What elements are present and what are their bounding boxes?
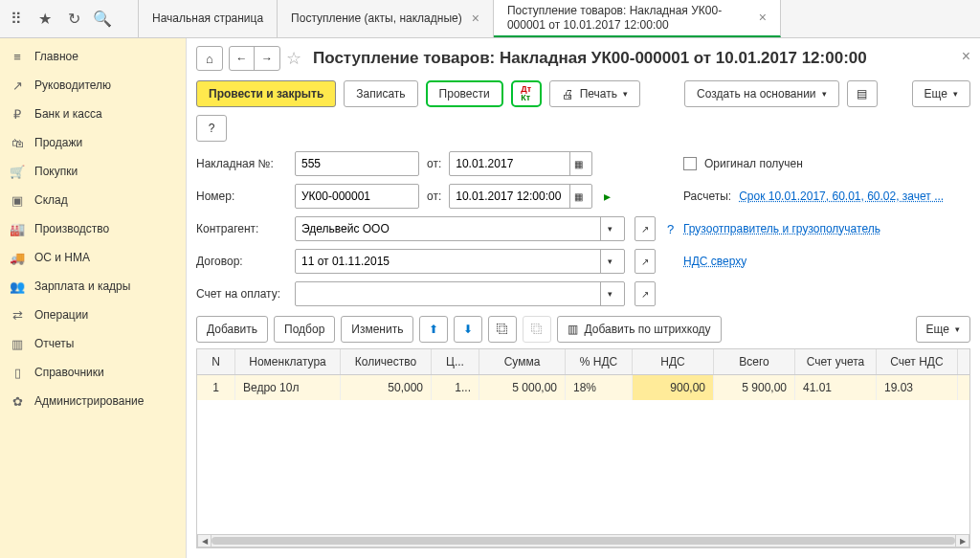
tab-home[interactable]: Начальная страница bbox=[139, 0, 278, 37]
invoice-no-input[interactable] bbox=[301, 157, 412, 170]
calendar-icon[interactable]: ▦ bbox=[569, 185, 586, 208]
move-down-button[interactable]: ⬇ bbox=[454, 316, 482, 343]
save-button[interactable]: Записать bbox=[344, 80, 417, 107]
invoice-date-field[interactable]: ▦ bbox=[449, 151, 592, 176]
invoice-date-input[interactable] bbox=[456, 157, 566, 170]
th-price[interactable]: Ц... bbox=[432, 349, 479, 374]
paste-button[interactable]: ⿻ bbox=[523, 316, 551, 343]
cell-n[interactable]: 1 bbox=[197, 375, 235, 400]
invoice-no-field[interactable] bbox=[295, 151, 419, 176]
th-n[interactable]: N bbox=[197, 349, 235, 374]
calendar-icon[interactable]: ▦ bbox=[569, 152, 586, 175]
sidebar-item-main[interactable]: ≡Главное bbox=[0, 42, 186, 71]
open-contract-button[interactable]: ↗ bbox=[635, 249, 656, 274]
tab-document[interactable]: Поступление товаров: Накладная УК00-0000… bbox=[494, 0, 781, 37]
number-input[interactable] bbox=[301, 190, 412, 203]
datetime-field[interactable]: ▦ bbox=[449, 184, 592, 209]
cell-nomenclature[interactable]: Ведро 10л bbox=[235, 375, 341, 400]
th-vat[interactable]: НДС bbox=[633, 349, 714, 374]
top-icons: ⠿ ★ ↻ 🔍 bbox=[0, 0, 139, 37]
invoice-for-input[interactable] bbox=[301, 287, 600, 301]
search-icon[interactable]: 🔍 bbox=[94, 11, 111, 28]
sidebar-item-assets[interactable]: 🚚ОС и НМА bbox=[0, 243, 186, 272]
contract-input[interactable] bbox=[301, 255, 600, 268]
history-icon[interactable]: ↻ bbox=[65, 11, 82, 28]
sidebar-item-stock[interactable]: ▣Склад bbox=[0, 186, 186, 214]
print-button[interactable]: 🖨Печать▾ bbox=[549, 80, 640, 107]
cell-total[interactable]: 5 900,00 bbox=[714, 375, 795, 400]
add-row-button[interactable]: Добавить bbox=[196, 316, 268, 343]
cell-account[interactable]: 41.01 bbox=[795, 375, 877, 400]
scroll-right-icon[interactable]: ▶ bbox=[955, 535, 969, 547]
create-based-button[interactable]: Создать на основании▾ bbox=[684, 80, 839, 107]
post-close-button[interactable]: Провести и закрыть bbox=[196, 80, 336, 107]
th-vat-percent[interactable]: % НДС bbox=[566, 349, 633, 374]
counterparty-input[interactable] bbox=[301, 222, 600, 235]
counterparty-field[interactable]: ▾ bbox=[295, 216, 625, 241]
back-button[interactable]: ← bbox=[230, 47, 255, 70]
th-nomenclature[interactable]: Номенклатура bbox=[235, 349, 341, 374]
contract-field[interactable]: ▾ bbox=[295, 249, 625, 274]
sidebar-item-reports[interactable]: ▥Отчеты bbox=[0, 329, 186, 358]
table-row[interactable]: 1 Ведро 10л 50,000 1... 5 000,00 18% 900… bbox=[197, 375, 969, 400]
cell-qty[interactable]: 50,000 bbox=[341, 375, 432, 400]
sidebar-item-salary[interactable]: 👥Зарплата и кадры bbox=[0, 272, 186, 301]
close-icon[interactable]: × bbox=[472, 11, 479, 27]
th-vat-account[interactable]: Счет НДС bbox=[877, 349, 958, 374]
pick-button[interactable]: Подбор bbox=[274, 316, 335, 343]
favorite-icon[interactable]: ☆ bbox=[286, 48, 301, 69]
scroll-left-icon[interactable]: ◀ bbox=[198, 535, 212, 547]
help-icon[interactable]: ? bbox=[667, 222, 674, 236]
scroll-thumb[interactable] bbox=[212, 537, 955, 545]
sidebar-item-purchases[interactable]: 🛒Покупки bbox=[0, 157, 186, 186]
more-button[interactable]: Еще▾ bbox=[912, 80, 970, 107]
home-button[interactable]: ⌂ bbox=[196, 46, 223, 71]
sidebar-item-manager[interactable]: ↗Руководителю bbox=[0, 71, 186, 100]
chevron-down-icon[interactable]: ▾ bbox=[600, 250, 618, 273]
barcode-button[interactable]: ▥Добавить по штрихкоду bbox=[557, 316, 721, 343]
row-more-button[interactable]: Еще▾ bbox=[916, 316, 970, 343]
post-button[interactable]: Провести bbox=[426, 80, 503, 107]
sidebar-item-production[interactable]: 🏭Производство bbox=[0, 214, 186, 243]
help-button[interactable]: ? bbox=[196, 115, 227, 142]
cell-vat[interactable]: 900,00 bbox=[633, 375, 714, 400]
th-qty[interactable]: Количество bbox=[341, 349, 432, 374]
chevron-down-icon[interactable]: ▾ bbox=[600, 282, 618, 305]
cell-price[interactable]: 1... bbox=[432, 375, 479, 400]
tab-receipts[interactable]: Поступление (акты, накладные) × bbox=[278, 0, 494, 37]
close-icon[interactable]: × bbox=[759, 10, 767, 26]
apps-icon[interactable]: ⠿ bbox=[8, 11, 25, 28]
horizontal-scrollbar[interactable]: ◀ ▶ bbox=[197, 534, 969, 547]
status-icon[interactable]: ▸ bbox=[604, 189, 611, 204]
move-up-button[interactable]: ⬆ bbox=[419, 316, 448, 343]
sidebar-item-catalogs[interactable]: ▯Справочники bbox=[0, 358, 186, 387]
sidebar-item-admin[interactable]: ✿Администрирование bbox=[0, 387, 186, 415]
th-account[interactable]: Счет учета bbox=[795, 349, 877, 374]
th-total[interactable]: Всего bbox=[714, 349, 795, 374]
attach-button[interactable]: ▤ bbox=[847, 80, 878, 107]
payments-link[interactable]: Срок 10.01.2017, 60.01, 60.02, зачет ... bbox=[739, 190, 944, 203]
open-counterparty-button[interactable]: ↗ bbox=[635, 216, 656, 241]
cell-sum[interactable]: 5 000,00 bbox=[479, 375, 566, 400]
forward-button[interactable]: → bbox=[255, 47, 279, 70]
shipper-link[interactable]: Грузоотправитель и грузополучатель bbox=[683, 222, 880, 235]
vat-link[interactable]: НДС сверху bbox=[683, 255, 746, 268]
open-invoice-for-button[interactable]: ↗ bbox=[635, 281, 656, 306]
sidebar-item-operations[interactable]: ⇄Операции bbox=[0, 301, 186, 329]
star-icon[interactable]: ★ bbox=[36, 11, 54, 28]
copy-button[interactable]: ⿻ bbox=[488, 316, 517, 343]
close-icon[interactable]: × bbox=[962, 48, 970, 65]
datetime-input[interactable] bbox=[456, 190, 566, 203]
cell-vat-account[interactable]: 19.03 bbox=[877, 375, 958, 400]
edit-button[interactable]: Изменить bbox=[341, 316, 413, 343]
cell-vat-percent[interactable]: 18% bbox=[566, 375, 633, 400]
original-checkbox[interactable] bbox=[683, 157, 697, 170]
sidebar-item-sales[interactable]: 🛍Продажи bbox=[0, 128, 186, 157]
sidebar-item-label: Справочники bbox=[34, 366, 104, 379]
invoice-for-field[interactable]: ▾ bbox=[295, 281, 625, 306]
number-field[interactable] bbox=[295, 184, 419, 209]
chevron-down-icon[interactable]: ▾ bbox=[600, 217, 618, 240]
sidebar-item-bank[interactable]: ₽Банк и касса bbox=[0, 100, 186, 128]
dtkt-button[interactable]: ДтКт bbox=[511, 80, 542, 107]
th-sum[interactable]: Сумма bbox=[479, 349, 566, 374]
